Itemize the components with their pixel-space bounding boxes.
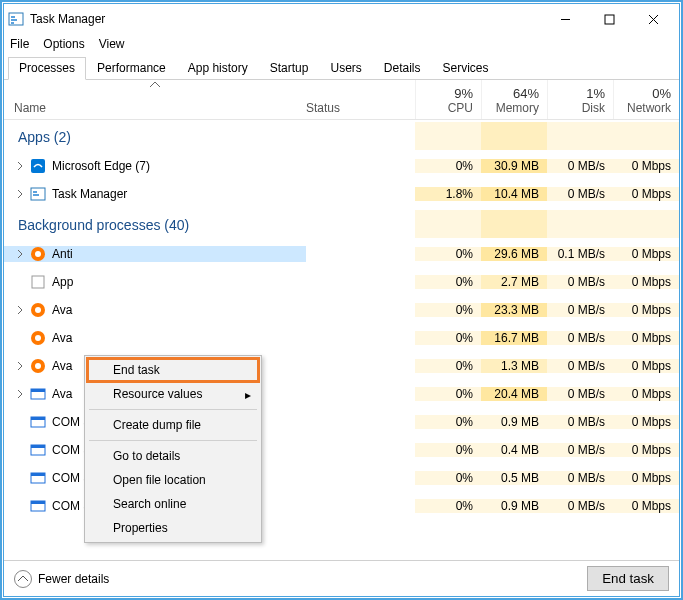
process-row[interactable]: App0%2.7 MB0 MB/s0 Mbps [4,268,679,296]
process-row[interactable]: Ava0%23.3 MB0 MB/s0 Mbps [4,296,679,324]
mem-cell: 0.9 MB [481,415,547,429]
process-name: App [52,275,73,289]
cpu-cell: 0% [415,247,481,261]
process-name: Ava [52,359,72,373]
cpu-cell: 0% [415,159,481,173]
expand-icon[interactable] [14,248,26,260]
svg-rect-2 [11,19,17,21]
mem-cell: 29.6 MB [481,247,547,261]
process-name: Ava [52,331,72,345]
mem-cell: 1.3 MB [481,359,547,373]
context-menu-item[interactable]: Resource values▸ [87,382,259,406]
menu-separator [89,440,257,441]
minimize-button[interactable] [543,5,587,33]
column-cpu[interactable]: 9%CPU [415,80,481,119]
context-menu-item[interactable]: Open file location [87,468,259,492]
context-menu-item[interactable]: End task [87,358,259,382]
svg-point-13 [35,251,41,257]
disk-cell: 0 MB/s [547,303,613,317]
group-apps[interactable]: Apps (2) [4,121,306,151]
menu-file[interactable]: File [10,37,29,51]
cpu-cell: 0% [415,415,481,429]
tab-performance[interactable]: Performance [86,57,177,79]
tab-services[interactable]: Services [432,57,500,79]
tab-startup[interactable]: Startup [259,57,320,79]
process-row[interactable]: Ava0%16.7 MB0 MB/s0 Mbps [4,324,679,352]
mem-cell: 10.4 MB [481,187,547,201]
disk-cell: 0 MB/s [547,159,613,173]
process-row[interactable]: Anti0%29.6 MB0.1 MB/s0 Mbps [4,240,679,268]
svg-rect-1 [11,16,15,18]
column-header-row: Name Status 9%CPU 64%Memory 1%Disk 0%Net… [4,80,679,120]
maximize-button[interactable] [587,5,631,33]
disk-cell: 0 MB/s [547,387,613,401]
column-network[interactable]: 0%Network [613,80,679,119]
column-disk[interactable]: 1%Disk [547,80,613,119]
end-task-button[interactable]: End task [587,566,669,591]
process-name: Ava [52,303,72,317]
column-memory[interactable]: 64%Memory [481,80,547,119]
expand-icon[interactable] [14,500,26,512]
disk-cell: 0 MB/s [547,187,613,201]
mem-cell: 20.4 MB [481,387,547,401]
svg-point-20 [35,363,41,369]
expand-icon[interactable] [14,332,26,344]
window-title: Task Manager [30,12,105,26]
footer: Fewer details End task [4,560,679,596]
expand-icon[interactable] [14,360,26,372]
expand-icon[interactable] [14,416,26,428]
svg-point-16 [35,307,41,313]
menu-separator [89,409,257,410]
disk-cell: 0 MB/s [547,415,613,429]
tab-users[interactable]: Users [319,57,372,79]
tab-details[interactable]: Details [373,57,432,79]
context-menu: End taskResource values▸Create dump file… [84,355,262,543]
svg-rect-22 [31,389,45,392]
fewer-details-label: Fewer details [38,572,109,586]
group-background[interactable]: Background processes (40) [4,209,306,239]
process-icon [30,386,46,402]
process-icon [30,246,46,262]
net-cell: 0 Mbps [613,387,679,401]
titlebar[interactable]: Task Manager [4,4,679,34]
tab-app-history[interactable]: App history [177,57,259,79]
process-name: Task Manager [52,187,127,201]
mem-cell: 0.4 MB [481,443,547,457]
context-menu-item[interactable]: Search online [87,492,259,516]
tab-processes[interactable]: Processes [8,57,86,80]
column-status[interactable]: Status [306,80,415,119]
process-icon [30,330,46,346]
expand-icon[interactable] [14,188,26,200]
process-row[interactable]: Microsoft Edge (7)0%30.9 MB0 MB/s0 Mbps [4,152,679,180]
process-icon [30,358,46,374]
menu-options[interactable]: Options [43,37,84,51]
disk-cell: 0 MB/s [547,471,613,485]
process-name: Anti [52,247,73,261]
svg-rect-30 [31,501,45,504]
context-menu-item[interactable]: Go to details [87,444,259,468]
close-button[interactable] [631,5,675,33]
expand-icon[interactable] [14,276,26,288]
context-menu-item[interactable]: Properties [87,516,259,540]
mem-cell: 30.9 MB [481,159,547,173]
menu-view[interactable]: View [99,37,125,51]
fewer-details-toggle[interactable]: Fewer details [14,570,109,588]
process-icon [30,158,46,174]
disk-cell: 0.1 MB/s [547,247,613,261]
context-menu-item[interactable]: Create dump file [87,413,259,437]
net-cell: 0 Mbps [613,359,679,373]
expand-icon[interactable] [14,472,26,484]
svg-rect-5 [605,15,614,24]
cpu-cell: 0% [415,303,481,317]
process-icon [30,442,46,458]
expand-icon[interactable] [14,444,26,456]
column-name[interactable]: Name [4,80,306,119]
cpu-cell: 1.8% [415,187,481,201]
process-row[interactable]: Task Manager1.8%10.4 MB0 MB/s0 Mbps [4,180,679,208]
expand-icon[interactable] [14,304,26,316]
expand-icon[interactable] [14,160,26,172]
expand-icon[interactable] [14,388,26,400]
net-cell: 0 Mbps [613,303,679,317]
process-icon [30,186,46,202]
disk-cell: 0 MB/s [547,499,613,513]
